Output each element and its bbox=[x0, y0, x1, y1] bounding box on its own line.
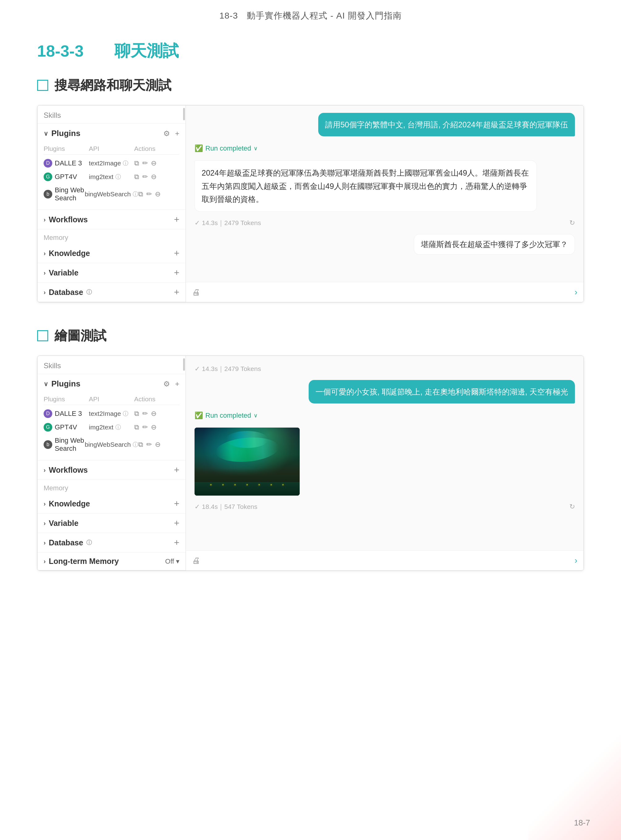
checkbox-icon-1 bbox=[37, 80, 48, 91]
plugins-header-2[interactable]: ∨ Plugins ⚙ + bbox=[38, 374, 186, 394]
send-button-1[interactable]: › bbox=[575, 287, 577, 297]
section-title: 18-3-3 聊天測試 bbox=[37, 40, 584, 62]
add-variable-button-1[interactable]: + bbox=[174, 268, 179, 278]
bing-label-2: Bing Web Search bbox=[55, 437, 85, 453]
add-workflow-button-2[interactable]: + bbox=[174, 465, 179, 475]
col-plugins-2: Plugins bbox=[44, 395, 89, 403]
scrollbar-1[interactable] bbox=[183, 108, 185, 120]
aurora-lights-2 bbox=[226, 431, 268, 448]
edit-btn-gpt4v-2[interactable]: ✏ bbox=[142, 423, 148, 431]
col-actions-2: Actions bbox=[134, 395, 179, 403]
page-footer: 18-7 bbox=[574, 818, 590, 828]
dalle-label-2: DALLE 3 bbox=[55, 410, 82, 418]
add-knowledge-button-1[interactable]: + bbox=[174, 248, 179, 259]
add-variable-button-2[interactable]: + bbox=[174, 518, 179, 528]
delete-btn-gpt4v-1[interactable]: ⊖ bbox=[151, 173, 156, 181]
delete-btn-dalle-2[interactable]: ⊖ bbox=[151, 410, 156, 418]
scrollbar-2[interactable] bbox=[183, 358, 185, 371]
header-text: 18-3 動手實作機器人程式 - AI 開發入門指南 bbox=[219, 11, 401, 20]
database-chevron-icon-2: › bbox=[44, 539, 46, 546]
longterm-header-2[interactable]: › Long-term Memory Off ▾ bbox=[38, 552, 186, 570]
add-database-button-2[interactable]: + bbox=[174, 537, 179, 548]
skills-header-1: Skills bbox=[38, 106, 186, 124]
copy-btn-gpt4v-1[interactable]: ⧉ bbox=[134, 173, 139, 181]
info-icon-dalle-1: ⓘ bbox=[123, 159, 128, 167]
copy-btn-dalle-1[interactable]: ⧉ bbox=[134, 159, 139, 167]
edit-btn-dalle-1[interactable]: ✏ bbox=[142, 159, 148, 167]
token-info-2: ✓ 18.4s｜547 Tokens ↻ bbox=[194, 501, 575, 512]
gpt4v-icon-2: G bbox=[44, 423, 52, 431]
longterm-off-text: Off bbox=[165, 557, 174, 566]
demo-container-2: Skills ∨ Plugins ⚙ + bbox=[37, 356, 584, 571]
knowledge-left-1: › Knowledge bbox=[44, 249, 90, 258]
chat-input-field-1[interactable] bbox=[204, 288, 571, 297]
delete-btn-bing-1[interactable]: ⊖ bbox=[155, 190, 161, 198]
longterm-label-2: Long-term Memory bbox=[49, 557, 119, 566]
workflows-header-1[interactable]: › Workflows + bbox=[38, 210, 186, 229]
variable-header-1[interactable]: › Variable + bbox=[38, 263, 186, 282]
dalle-api-text-2: text2Image bbox=[89, 410, 121, 418]
info-icon-bing-1: ⓘ bbox=[133, 191, 138, 198]
chat-messages-1: 請用50個字的繁體中文, 台灣用語, 介紹2024年超級盃足球賽的冠軍隊伍 ✅ … bbox=[186, 106, 583, 282]
copy-btn-bing-2[interactable]: ⧉ bbox=[138, 440, 143, 449]
water-reflection bbox=[194, 482, 300, 496]
check-icon-2: ✅ bbox=[194, 412, 203, 419]
printer-icon-2: 🖨 bbox=[192, 556, 200, 566]
longterm-section-2: › Long-term Memory Off ▾ bbox=[38, 552, 186, 571]
knowledge-header-2[interactable]: › Knowledge + bbox=[38, 494, 186, 513]
copy-btn-gpt4v-2[interactable]: ⧉ bbox=[134, 423, 139, 431]
variable-header-2[interactable]: › Variable + bbox=[38, 513, 186, 533]
subsection-2-label: 繪圖測試 bbox=[55, 327, 106, 344]
add-knowledge-button-2[interactable]: + bbox=[174, 498, 179, 509]
run-completed-chevron-icon-2[interactable]: ∨ bbox=[254, 412, 257, 419]
edit-btn-gpt4v-1[interactable]: ✏ bbox=[142, 173, 148, 181]
variable-left-2: › Variable bbox=[44, 519, 79, 528]
edit-btn-bing-1[interactable]: ✏ bbox=[146, 190, 152, 198]
knowledge-header-1[interactable]: › Knowledge + bbox=[38, 244, 186, 263]
copy-btn-dalle-2[interactable]: ⧉ bbox=[134, 410, 139, 418]
variable-left-1: › Variable bbox=[44, 268, 79, 277]
skills-panel-1: Skills ∨ Plugins ⚙ + bbox=[38, 106, 186, 302]
add-plugin-button-2[interactable]: + bbox=[175, 380, 179, 388]
delete-btn-bing-2[interactable]: ⊖ bbox=[155, 440, 161, 449]
workflows-header-2[interactable]: › Workflows + bbox=[38, 460, 186, 480]
refresh-icon-2[interactable]: ↻ bbox=[570, 503, 575, 511]
subsection-1-label: 搜尋網路和聊天測試 bbox=[55, 77, 171, 94]
run-completed-chevron-icon-1[interactable]: ∨ bbox=[254, 145, 257, 152]
variable-label-2: Variable bbox=[49, 519, 79, 528]
settings-icon-2[interactable]: ⚙ bbox=[163, 380, 170, 388]
edit-btn-bing-2[interactable]: ✏ bbox=[146, 440, 152, 449]
database-label-1: Database bbox=[49, 288, 83, 297]
longterm-chevron-down-icon-2[interactable]: ▾ bbox=[176, 557, 179, 566]
add-plugin-button-1[interactable]: + bbox=[175, 129, 179, 138]
knowledge-chevron-icon-1: › bbox=[44, 250, 46, 257]
run-completed-badge-1: ✅ Run completed ∨ bbox=[194, 142, 575, 155]
user-message-2: 堪薩斯酋長在超級盃中獲得了多少次冠軍？ bbox=[414, 234, 575, 255]
skills-header-2: Skills bbox=[38, 356, 186, 374]
user-message-1: 請用50個字的繁體中文, 台灣用語, 介紹2024年超級盃足球賽的冠軍隊伍 bbox=[318, 113, 575, 136]
delete-btn-dalle-1[interactable]: ⊖ bbox=[151, 159, 156, 167]
edit-btn-dalle-2[interactable]: ✏ bbox=[142, 410, 148, 418]
add-workflow-button-1[interactable]: + bbox=[174, 214, 179, 225]
plugin-table-1: Plugins API Actions D DALLE 3 text2Image bbox=[38, 143, 186, 210]
token-info-top-2: ✓ 14.3s｜2479 Tokens bbox=[194, 363, 575, 374]
database-header-2[interactable]: › Database ⓘ + bbox=[38, 533, 186, 552]
gpt4v-actions-2: ⧉ ✏ ⊖ bbox=[134, 423, 179, 431]
skills-title-1: Skills bbox=[44, 111, 61, 120]
database-section-2: › Database ⓘ + bbox=[38, 533, 186, 552]
plugins-header-1[interactable]: ∨ Plugins ⚙ + bbox=[38, 124, 186, 143]
add-database-button-1[interactable]: + bbox=[174, 287, 179, 297]
token-text-2: ✓ 18.4s｜547 Tokens bbox=[194, 502, 257, 511]
copy-btn-bing-1[interactable]: ⧉ bbox=[138, 190, 143, 198]
plugins-label-2: Plugins bbox=[51, 379, 80, 389]
dalle-icon-2: D bbox=[44, 409, 52, 418]
refresh-icon-1[interactable]: ↻ bbox=[570, 219, 575, 227]
info-icon-db-2: ⓘ bbox=[86, 539, 92, 546]
delete-btn-gpt4v-2[interactable]: ⊖ bbox=[151, 423, 156, 431]
send-button-2[interactable]: › bbox=[575, 555, 577, 566]
database-label-2: Database bbox=[49, 538, 83, 547]
plugin-row-gpt4v-2: G GPT4V img2text ⓘ ⧉ ✏ ⊖ bbox=[44, 421, 179, 434]
chat-input-field-2[interactable] bbox=[204, 556, 571, 565]
database-header-1[interactable]: › Database ⓘ + bbox=[38, 283, 186, 302]
settings-icon-1[interactable]: ⚙ bbox=[163, 129, 170, 138]
